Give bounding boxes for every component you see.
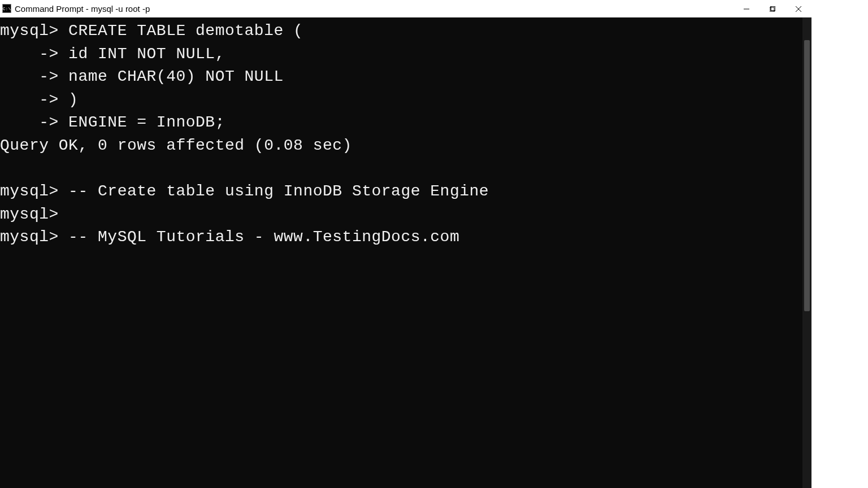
- terminal-output: mysql> CREATE TABLE demotable ( -> id IN…: [0, 18, 811, 249]
- terminal-line: mysql> -- MySQL Tutorials - www.TestingD…: [0, 228, 459, 246]
- scrollbar-thumb[interactable]: [804, 40, 810, 311]
- terminal-line: Query OK, 0 rows affected (0.08 sec): [0, 137, 352, 154]
- cmd-icon: C:\: [2, 4, 11, 13]
- command-prompt-window: C:\ Command Prompt - mysql -u root -p: [0, 0, 811, 488]
- terminal-line: -> ): [0, 91, 78, 108]
- maximize-button[interactable]: [760, 0, 785, 18]
- window-controls: [734, 0, 811, 17]
- minimize-button[interactable]: [734, 0, 760, 18]
- maximize-icon: [770, 6, 775, 12]
- terminal-line: mysql>: [0, 206, 59, 223]
- terminal-line: -> name CHAR(40) NOT NULL: [0, 68, 284, 85]
- scrollbar[interactable]: [802, 18, 811, 488]
- minimize-icon: [744, 6, 749, 12]
- svg-rect-3: [771, 6, 775, 11]
- titlebar[interactable]: C:\ Command Prompt - mysql -u root -p: [0, 0, 811, 18]
- close-button[interactable]: [785, 0, 811, 18]
- terminal-line: -> ENGINE = InnoDB;: [0, 114, 225, 131]
- close-icon: [796, 6, 801, 12]
- terminal-line: mysql> -- Create table using InnoDB Stor…: [0, 182, 489, 200]
- terminal-body[interactable]: mysql> CREATE TABLE demotable ( -> id IN…: [0, 18, 811, 488]
- svg-rect-2: [771, 6, 775, 11]
- terminal-line: mysql> CREATE TABLE demotable (: [0, 22, 303, 40]
- terminal-line: -> id INT NOT NULL,: [0, 45, 225, 63]
- window-title: Command Prompt - mysql -u root -p: [15, 4, 734, 14]
- svg-rect-1: [770, 7, 774, 12]
